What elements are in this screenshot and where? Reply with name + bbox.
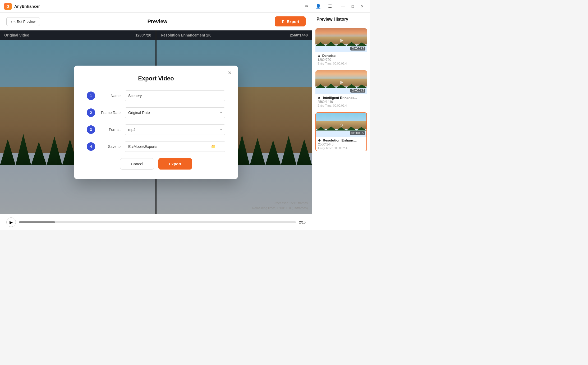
cancel-button[interactable]: Cancel [120, 158, 154, 170]
modal-export-button[interactable]: Export [158, 158, 192, 170]
format-select[interactable]: mp4 ▾ [125, 124, 225, 135]
app-name: AnyEnhancer [14, 4, 302, 8]
page-title: Preview [40, 19, 275, 25]
history-thumb-0: 00:00:03.5 ⊕ [315, 28, 367, 52]
history-item-1-icon: ⊕ [339, 80, 343, 85]
video-area: Original Video 1280*720 Resolutio [0, 30, 312, 214]
history-item-1[interactable]: 00:00:03.5 ⊕ ☻ Intelligent Enhance... 25… [315, 70, 367, 108]
history-item-2[interactable]: 00:00:03.5 ⊙ ⊙ Resolution Enhanc... 2560… [315, 112, 367, 151]
history-item-2-info: ⊙ Resolution Enhanc... 2560*1440 Entry T… [316, 137, 366, 151]
format-value: mp4 [128, 127, 135, 132]
frame-rate-label: Frame Rate [99, 111, 121, 115]
title-bar-actions: ✏ 👤 ☰ — □ ✕ [302, 2, 366, 11]
window-controls: — □ ✕ [339, 3, 366, 10]
modal-overlay: ✕ Export Video 1 Name 2 [0, 30, 312, 214]
history-item-0-icon: ⊕ [339, 38, 343, 43]
save-to-row: 4 Save to E:\iMobie\Exports 📁 [87, 141, 225, 152]
preview-header: ‹ < Exit Preview Preview ⬆ Export [0, 13, 312, 30]
modal-title: Export Video [87, 75, 225, 82]
exit-arrow-icon: ‹ [11, 20, 12, 24]
format-label: Format [99, 127, 121, 132]
name-label: Name [99, 94, 121, 98]
step-2-circle: 2 [87, 108, 95, 117]
step-1-circle: 1 [87, 92, 95, 100]
frame-rate-select[interactable]: Original Rate ▾ [125, 107, 225, 118]
format-dropdown-icon: ▾ [220, 128, 222, 131]
folder-icon: 📁 [211, 144, 215, 149]
timeline-progress [19, 221, 55, 223]
history-thumb-0-timer: 00:00:03.5 [350, 47, 365, 51]
play-icon: ▶ [10, 220, 13, 225]
close-button[interactable]: ✕ [359, 3, 366, 10]
sidebar-title: Preview History [312, 13, 370, 25]
frame-counter: 2/15 [299, 220, 306, 224]
maximize-button[interactable]: □ [349, 3, 356, 10]
step-4-circle: 4 [87, 142, 95, 151]
history-list: 00:00:03.5 ⊕ ⊕ Denoise 1280*720 Entry Ti… [312, 25, 370, 230]
export-button[interactable]: ⬆ Export [275, 16, 306, 26]
history-item-0[interactable]: 00:00:03.5 ⊕ ⊕ Denoise 1280*720 Entry Ti… [315, 28, 367, 66]
exit-preview-button[interactable]: ‹ < Exit Preview [6, 17, 40, 26]
history-item-2-time: Entry Time: 00:00:02.4 [318, 147, 364, 150]
history-item-1-title: ☻ Intelligent Enhance... [318, 96, 365, 100]
name-input[interactable] [125, 90, 225, 101]
history-item-2-resolution: 2560*1440 [318, 143, 364, 146]
history-item-0-time: Entry Time: 00:00:02.4 [318, 62, 365, 65]
modal-close-button[interactable]: ✕ [226, 69, 233, 77]
history-item-2-title: ⊙ Resolution Enhanc... [318, 138, 364, 142]
history-item-0-resolution: 1280*720 [318, 58, 365, 62]
frame-rate-row: 2 Frame Rate Original Rate ▾ [87, 107, 225, 118]
name-row: 1 Name [87, 90, 225, 101]
modal-actions: Cancel Export [87, 158, 225, 170]
content-area: ‹ < Exit Preview Preview ⬆ Export Origin… [0, 13, 312, 230]
timeline[interactable] [19, 221, 296, 223]
play-button[interactable]: ▶ [6, 217, 16, 227]
bottom-bar: ▶ 2/15 [0, 214, 312, 230]
history-item-0-info: ⊕ Denoise 1280*720 Entry Time: 00:00:02.… [315, 52, 367, 66]
edit-icon[interactable]: ✏ [302, 2, 311, 11]
user-icon[interactable]: 👤 [314, 2, 323, 11]
history-item-1-time: Entry Time: 00:00:02.4 [318, 104, 365, 107]
save-to-input[interactable]: E:\iMobie\Exports 📁 [125, 141, 225, 152]
frame-rate-value: Original Rate [128, 111, 150, 115]
sidebar: Preview History 00:00:03.5 ⊕ ⊕ [312, 13, 370, 230]
export-icon: ⬆ [281, 19, 284, 24]
main-layout: ‹ < Exit Preview Preview ⬆ Export Origin… [0, 13, 370, 230]
export-modal: ✕ Export Video 1 Name 2 [74, 66, 238, 179]
menu-icon[interactable]: ☰ [326, 2, 334, 11]
history-thumb-2: 00:00:03.5 ⊙ [316, 113, 366, 137]
app-logo: G [4, 3, 12, 10]
step-3-circle: 3 [87, 125, 95, 134]
save-to-label: Save to [99, 144, 121, 149]
frame-rate-dropdown-icon: ▾ [220, 111, 222, 115]
minimize-button[interactable]: — [339, 3, 347, 10]
save-to-path: E:\iMobie\Exports [128, 144, 157, 149]
format-row: 3 Format mp4 ▾ [87, 124, 225, 135]
history-thumb-1-timer: 00:00:03.5 [350, 89, 365, 93]
history-item-0-title: ⊕ Denoise [318, 54, 365, 58]
title-bar: G AnyEnhancer ✏ 👤 ☰ — □ ✕ [0, 0, 370, 13]
history-item-2-icon: ⊙ [339, 122, 343, 127]
history-item-1-resolution: 2560*1440 [318, 100, 365, 104]
history-thumb-1: 00:00:03.5 ⊕ [315, 70, 367, 94]
history-thumb-2-timer: 00:00:03.5 [350, 131, 365, 135]
history-item-1-info: ☻ Intelligent Enhance... 2560*1440 Entry… [315, 94, 367, 108]
